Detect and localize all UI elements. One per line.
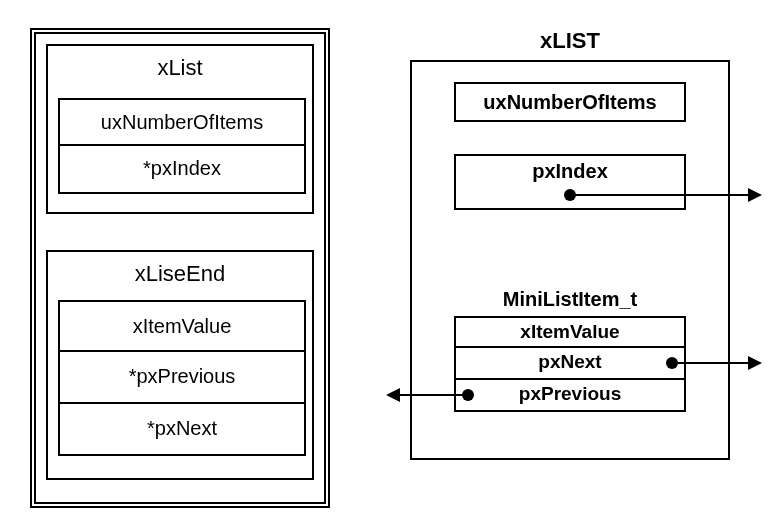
diagram-stage: xList uxNumberOfItems *pxIndex xLiseEnd … xyxy=(0,0,770,524)
xlist-field-pxIndex: *pxIndex xyxy=(58,146,306,194)
minilistitem-fields: xItemValue pxNext pxPrevious xyxy=(454,316,686,412)
xliseend-field-xItemValue: xItemValue xyxy=(58,300,306,352)
xliseend-field-pxNext: *pxNext xyxy=(58,404,306,456)
xliseend-fields: xItemValue *pxPrevious *pxNext xyxy=(58,300,306,456)
right-field-pxIndex: pxIndex xyxy=(454,154,686,210)
mini-field-xItemValue: xItemValue xyxy=(454,316,686,348)
pxprevious-pointer-arrow-left-icon xyxy=(386,388,400,402)
xlist-struct-box: xList uxNumberOfItems *pxIndex xyxy=(46,44,314,214)
right-field-pxIndex-label: pxIndex xyxy=(456,156,684,184)
xlist-fields: uxNumberOfItems *pxIndex xyxy=(58,98,306,194)
pxprevious-pointer-line xyxy=(398,394,464,396)
pxindex-pointer-dot-icon xyxy=(564,189,576,201)
xliseend-struct-box: xLiseEnd xItemValue *pxPrevious *pxNext xyxy=(46,250,314,480)
pxindex-pointer-line xyxy=(576,194,750,196)
xliseend-title: xLiseEnd xyxy=(48,252,312,296)
xlist-title: xList xyxy=(48,46,312,90)
minilistitem-title: MiniListItem_t xyxy=(454,288,686,311)
mini-field-pxPrevious: pxPrevious xyxy=(454,380,686,412)
xlist-field-uxNumberOfItems: uxNumberOfItems xyxy=(58,98,306,146)
xliseend-field-pxPrevious: *pxPrevious xyxy=(58,352,306,404)
pxnext-pointer-dot-icon xyxy=(666,357,678,369)
right-field-uxNumberOfItems: uxNumberOfItems xyxy=(454,82,686,122)
pxnext-pointer-arrow-right-icon xyxy=(748,356,762,370)
pxindex-pointer-arrow-right-icon xyxy=(748,188,762,202)
mini-field-pxNext: pxNext xyxy=(454,348,686,380)
right-title: xLIST xyxy=(410,28,730,54)
pxnext-pointer-line xyxy=(678,362,750,364)
